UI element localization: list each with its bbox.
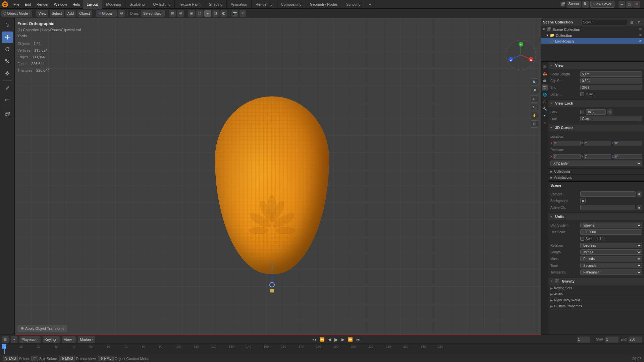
gravity-checkbox[interactable] <box>555 279 559 283</box>
rot-y-input[interactable] <box>584 154 611 159</box>
collection-row[interactable]: ▾ 📁 Collection 👁 <box>541 33 644 38</box>
gravity-header[interactable]: ▾ Gravity <box>548 278 644 285</box>
tab-uv-editing[interactable]: UV Editing <box>149 0 175 9</box>
search-icon[interactable]: 🔍 <box>582 1 589 8</box>
lock-edit-btn[interactable]: ✎ <box>607 109 612 115</box>
clip-start-input[interactable] <box>580 78 642 83</box>
cursor-x-input[interactable] <box>553 141 581 145</box>
tab-rendering[interactable]: Rendering <box>252 0 277 9</box>
mode-selector[interactable]: ⬡ Object Mode <box>1 10 32 17</box>
cursor-z-input[interactable] <box>614 141 642 145</box>
coll-eye-icon[interactable]: 👁 <box>639 34 642 37</box>
zoom-fit-btn[interactable]: ⊡ <box>531 95 538 103</box>
rot-x-input[interactable] <box>553 154 581 159</box>
object-row-ladyroach[interactable]: ⬡ LadyRoach 👁 <box>541 38 644 44</box>
props-modifiers-icon[interactable]: 🔧 <box>542 106 548 112</box>
next-frame-btn[interactable]: ▶ <box>340 337 345 342</box>
props-viewlayer-icon[interactable]: 🏔 <box>542 77 548 83</box>
viewport[interactable]: Front Orthographic (1) Collection | Lady… <box>15 18 541 335</box>
tab-animation[interactable]: Animation <box>227 0 252 9</box>
next-key-btn[interactable]: ⏩ <box>347 337 354 342</box>
scene-eye-icon[interactable]: 👁 <box>639 27 642 31</box>
solid-btn[interactable]: ● <box>204 10 211 17</box>
rendered-btn[interactable]: ◐ <box>220 10 227 17</box>
props-render-icon[interactable]: 🎥 <box>542 63 548 69</box>
material-btn[interactable]: ◑ <box>212 10 219 17</box>
zoom-out-btn[interactable]: 🔎 <box>531 87 538 94</box>
tab-add[interactable]: + <box>365 0 375 9</box>
jump-start-btn[interactable]: ⏮ <box>311 337 317 342</box>
rot-z-input[interactable] <box>614 154 642 159</box>
drag-selector[interactable]: Select Box <box>141 10 165 17</box>
unit-system-select[interactable]: Imperial Metric None <box>580 223 642 228</box>
menu-render[interactable]: Render <box>34 1 51 8</box>
gizmo-circle[interactable]: Y X Z <box>506 40 536 70</box>
collections-header[interactable]: ▶ Collections <box>548 169 644 174</box>
transform-pivot[interactable]: ⊙ <box>118 10 125 17</box>
menu-window[interactable]: Window <box>51 1 70 8</box>
tab-scripting[interactable]: Scripting <box>342 0 365 9</box>
timeline-mode-btn[interactable]: ☰ <box>2 336 9 343</box>
outliner-search[interactable] <box>581 19 627 25</box>
props-object-icon[interactable]: ⬡ <box>542 99 548 105</box>
tab-layout[interactable]: Layout <box>83 0 102 9</box>
jump-end-btn[interactable]: ⏭ <box>355 337 361 342</box>
object-menu[interactable]: Object <box>77 10 92 17</box>
cursor-y-input[interactable] <box>584 141 611 145</box>
tab-texture-paint[interactable]: Texture Paint <box>175 0 205 9</box>
menu-edit[interactable]: Edit <box>22 1 34 8</box>
maximize-btn[interactable]: □ <box>626 1 633 8</box>
outliner-settings-btn[interactable]: ⚙ <box>636 19 642 25</box>
pan-btn[interactable]: ✋ <box>531 112 538 119</box>
section-3d-cursor-header[interactable]: ▾ 3D Cursor <box>548 124 644 131</box>
zoom-in-btn[interactable]: 🔍 <box>531 78 538 86</box>
current-frame-input[interactable] <box>577 337 590 343</box>
keying-sets-header[interactable]: ▶ Keying Sets <box>548 285 644 291</box>
tab-compositing[interactable]: Compositing <box>277 0 306 9</box>
props-particles-icon[interactable]: ✦ <box>542 113 548 119</box>
tab-sculpting[interactable]: Sculpting <box>125 0 149 9</box>
menu-help[interactable]: Help <box>70 1 83 8</box>
audio-header[interactable]: ▶ Audio <box>548 291 644 297</box>
marker-btn[interactable]: Marker <box>78 336 95 343</box>
overlay-btn[interactable]: ◉ <box>188 10 195 17</box>
outliner-filter-btn[interactable]: ☰ <box>629 19 635 25</box>
props-output-icon[interactable]: 📤 <box>542 70 548 76</box>
section-view-header[interactable]: ▾ View <box>548 62 644 69</box>
props-scene-icon[interactable]: 🎬 <box>542 84 548 90</box>
tool-measure[interactable] <box>2 94 13 106</box>
units-header[interactable]: ▾ Units <box>548 213 644 220</box>
tab-geometry-nodes[interactable]: Geometry Nodes <box>306 0 342 9</box>
scene-collection-row[interactable]: ▾ 🎬 Scene Collection 👁 <box>541 26 644 33</box>
select-menu[interactable]: Select <box>50 10 64 17</box>
tool-cursor[interactable] <box>2 19 13 31</box>
bg-color-btn[interactable]: ■ <box>580 198 586 203</box>
focal-length-input[interactable] <box>580 71 642 77</box>
local-camera-checkbox[interactable] <box>580 92 584 96</box>
separate-units-check[interactable] <box>580 237 584 241</box>
active-clip-input[interactable] <box>580 205 635 210</box>
lock-checkbox[interactable] <box>580 110 584 114</box>
timeline-ruler[interactable]: 1 10 20 30 40 50 60 70 80 90 100 110 120… <box>0 344 644 354</box>
props-world-icon[interactable]: 🌐 <box>542 92 548 98</box>
tool-add-cube[interactable] <box>2 109 13 120</box>
minimize-btn[interactable]: ─ <box>619 1 625 8</box>
view-layer-btn[interactable]: View Layer <box>590 1 614 8</box>
section-view-lock-header[interactable]: ▾ View Lock <box>548 100 644 107</box>
camera-color-btn[interactable]: ■ <box>637 191 642 197</box>
proportional-btn[interactable]: ⊗ <box>177 10 184 17</box>
undo-btn[interactable]: ↩ <box>239 10 246 17</box>
snap-btn[interactable]: ⊞ <box>169 10 176 17</box>
lock-to-input[interactable] <box>586 109 606 115</box>
tool-transform[interactable] <box>2 68 13 79</box>
clip-end-input[interactable] <box>580 85 642 90</box>
rigid-body-world-header[interactable]: ▶ Rigid Body World <box>548 297 644 303</box>
tool-move[interactable] <box>2 32 13 43</box>
xray-btn[interactable]: ◎ <box>196 10 203 17</box>
tab-modeling[interactable]: Modeling <box>102 0 126 9</box>
orientation-selector[interactable]: ⊕ Global <box>96 10 117 17</box>
view-tl-btn[interactable]: View <box>62 336 76 343</box>
keying-btn[interactable]: Keying <box>43 336 60 343</box>
rotation-select[interactable]: Degrees Radians <box>580 243 642 248</box>
view-menu[interactable]: View <box>36 10 48 17</box>
